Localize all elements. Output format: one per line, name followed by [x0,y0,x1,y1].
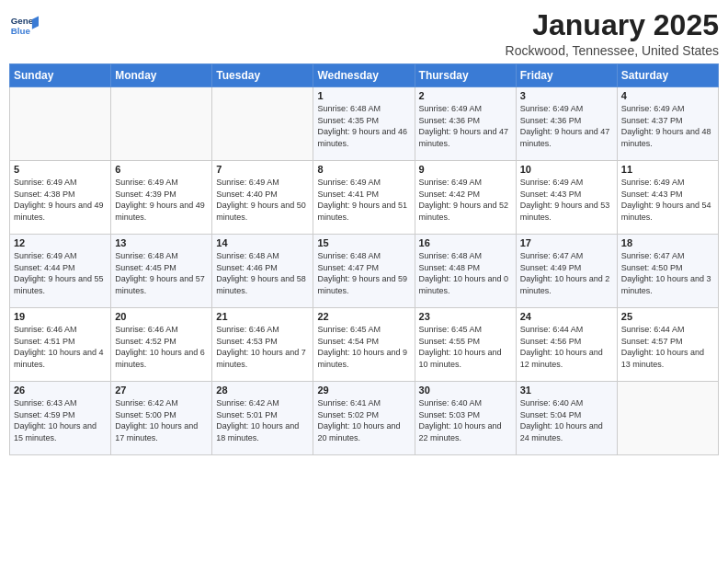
calendar-cell: 19Sunrise: 6:46 AM Sunset: 4:51 PM Dayli… [10,308,111,382]
calendar-cell: 30Sunrise: 6:40 AM Sunset: 5:03 PM Dayli… [415,382,516,455]
day-info: Sunrise: 6:49 AM Sunset: 4:38 PM Dayligh… [14,177,107,223]
day-number: 9 [419,164,512,175]
page-header: General Blue January 2025 Rockwood, Tenn… [9,9,719,58]
weekday-header-friday: Friday [516,64,617,87]
calendar-cell [212,87,313,161]
day-number: 14 [216,237,309,248]
calendar-cell: 2Sunrise: 6:49 AM Sunset: 4:36 PM Daylig… [415,87,516,161]
day-info: Sunrise: 6:48 AM Sunset: 4:48 PM Dayligh… [419,250,512,296]
calendar-cell: 17Sunrise: 6:47 AM Sunset: 4:49 PM Dayli… [516,235,617,308]
day-number: 26 [14,385,107,396]
day-number: 12 [14,237,107,248]
calendar-cell: 14Sunrise: 6:48 AM Sunset: 4:46 PM Dayli… [212,235,313,308]
day-number: 20 [115,311,208,322]
week-row-3: 19Sunrise: 6:46 AM Sunset: 4:51 PM Dayli… [10,308,719,382]
day-info: Sunrise: 6:49 AM Sunset: 4:40 PM Dayligh… [216,177,309,223]
day-number: 2 [419,90,512,101]
day-info: Sunrise: 6:46 AM Sunset: 4:53 PM Dayligh… [216,324,309,370]
calendar-body: 1Sunrise: 6:48 AM Sunset: 4:35 PM Daylig… [10,87,719,455]
day-info: Sunrise: 6:40 AM Sunset: 5:03 PM Dayligh… [419,397,512,443]
day-info: Sunrise: 6:47 AM Sunset: 4:49 PM Dayligh… [520,250,613,296]
calendar-cell: 22Sunrise: 6:45 AM Sunset: 4:54 PM Dayli… [313,308,415,382]
calendar-cell: 4Sunrise: 6:49 AM Sunset: 4:37 PM Daylig… [617,87,718,161]
day-number: 10 [520,164,613,175]
day-info: Sunrise: 6:43 AM Sunset: 4:59 PM Dayligh… [14,397,107,443]
calendar-cell: 10Sunrise: 6:49 AM Sunset: 4:43 PM Dayli… [516,161,617,235]
day-info: Sunrise: 6:48 AM Sunset: 4:35 PM Dayligh… [317,103,410,149]
day-number: 16 [419,237,512,248]
calendar-cell: 24Sunrise: 6:44 AM Sunset: 4:56 PM Dayli… [516,308,617,382]
calendar-cell: 15Sunrise: 6:48 AM Sunset: 4:47 PM Dayli… [313,235,415,308]
calendar-cell: 16Sunrise: 6:48 AM Sunset: 4:48 PM Dayli… [415,235,516,308]
calendar-cell: 29Sunrise: 6:41 AM Sunset: 5:02 PM Dayli… [313,382,415,455]
day-number: 8 [317,164,410,175]
day-info: Sunrise: 6:49 AM Sunset: 4:37 PM Dayligh… [621,103,714,149]
day-number: 3 [520,90,613,101]
calendar-table: SundayMondayTuesdayWednesdayThursdayFrid… [9,63,719,455]
calendar-cell: 18Sunrise: 6:47 AM Sunset: 4:50 PM Dayli… [617,235,718,308]
day-info: Sunrise: 6:49 AM Sunset: 4:36 PM Dayligh… [520,103,613,149]
calendar-cell: 23Sunrise: 6:45 AM Sunset: 4:55 PM Dayli… [415,308,516,382]
day-number: 15 [317,237,410,248]
day-info: Sunrise: 6:49 AM Sunset: 4:41 PM Dayligh… [317,177,410,223]
day-info: Sunrise: 6:49 AM Sunset: 4:39 PM Dayligh… [115,177,208,223]
day-info: Sunrise: 6:46 AM Sunset: 4:51 PM Dayligh… [14,324,107,370]
weekday-header-row: SundayMondayTuesdayWednesdayThursdayFrid… [10,64,719,87]
weekday-header-sunday: Sunday [10,64,111,87]
calendar-cell: 31Sunrise: 6:40 AM Sunset: 5:04 PM Dayli… [516,382,617,455]
day-info: Sunrise: 6:42 AM Sunset: 5:01 PM Dayligh… [216,397,309,443]
calendar-cell [111,87,212,161]
day-number: 7 [216,164,309,175]
day-number: 18 [621,237,714,248]
calendar-cell: 20Sunrise: 6:46 AM Sunset: 4:52 PM Dayli… [111,308,212,382]
day-info: Sunrise: 6:48 AM Sunset: 4:47 PM Dayligh… [317,250,410,296]
week-row-1: 5Sunrise: 6:49 AM Sunset: 4:38 PM Daylig… [10,161,719,235]
day-info: Sunrise: 6:49 AM Sunset: 4:42 PM Dayligh… [419,177,512,223]
logo: General Blue [9,13,39,42]
calendar-cell: 13Sunrise: 6:48 AM Sunset: 4:45 PM Dayli… [111,235,212,308]
calendar-cell: 1Sunrise: 6:48 AM Sunset: 4:35 PM Daylig… [313,87,415,161]
week-row-0: 1Sunrise: 6:48 AM Sunset: 4:35 PM Daylig… [10,87,719,161]
day-number: 6 [115,164,208,175]
week-row-2: 12Sunrise: 6:49 AM Sunset: 4:44 PM Dayli… [10,235,719,308]
logo-icon: General Blue [9,13,39,42]
calendar-cell: 5Sunrise: 6:49 AM Sunset: 4:38 PM Daylig… [10,161,111,235]
calendar-cell: 25Sunrise: 6:44 AM Sunset: 4:57 PM Dayli… [617,308,718,382]
day-number: 30 [419,385,512,396]
calendar-cell: 7Sunrise: 6:49 AM Sunset: 4:40 PM Daylig… [212,161,313,235]
calendar-cell: 8Sunrise: 6:49 AM Sunset: 4:41 PM Daylig… [313,161,415,235]
day-number: 21 [216,311,309,322]
day-info: Sunrise: 6:47 AM Sunset: 4:50 PM Dayligh… [621,250,714,296]
calendar-cell: 26Sunrise: 6:43 AM Sunset: 4:59 PM Dayli… [10,382,111,455]
calendar-cell: 27Sunrise: 6:42 AM Sunset: 5:00 PM Dayli… [111,382,212,455]
day-number: 23 [419,311,512,322]
day-info: Sunrise: 6:48 AM Sunset: 4:46 PM Dayligh… [216,250,309,296]
month-title: January 2025 [506,9,719,41]
day-info: Sunrise: 6:49 AM Sunset: 4:43 PM Dayligh… [520,177,613,223]
calendar-cell: 28Sunrise: 6:42 AM Sunset: 5:01 PM Dayli… [212,382,313,455]
day-number: 22 [317,311,410,322]
day-info: Sunrise: 6:44 AM Sunset: 4:57 PM Dayligh… [621,324,714,370]
day-info: Sunrise: 6:42 AM Sunset: 5:00 PM Dayligh… [115,397,208,443]
weekday-header-saturday: Saturday [617,64,718,87]
day-info: Sunrise: 6:45 AM Sunset: 4:54 PM Dayligh… [317,324,410,370]
day-info: Sunrise: 6:49 AM Sunset: 4:44 PM Dayligh… [14,250,107,296]
day-number: 27 [115,385,208,396]
day-number: 17 [520,237,613,248]
day-number: 5 [14,164,107,175]
svg-text:Blue: Blue [11,26,31,36]
day-number: 25 [621,311,714,322]
weekday-header-wednesday: Wednesday [313,64,415,87]
weekday-header-monday: Monday [111,64,212,87]
day-info: Sunrise: 6:44 AM Sunset: 4:56 PM Dayligh… [520,324,613,370]
day-info: Sunrise: 6:46 AM Sunset: 4:52 PM Dayligh… [115,324,208,370]
day-info: Sunrise: 6:41 AM Sunset: 5:02 PM Dayligh… [317,397,410,443]
calendar-cell: 12Sunrise: 6:49 AM Sunset: 4:44 PM Dayli… [10,235,111,308]
calendar-cell [617,382,718,455]
day-number: 19 [14,311,107,322]
day-number: 4 [621,90,714,101]
day-number: 29 [317,385,410,396]
week-row-4: 26Sunrise: 6:43 AM Sunset: 4:59 PM Dayli… [10,382,719,455]
day-info: Sunrise: 6:49 AM Sunset: 4:43 PM Dayligh… [621,177,714,223]
weekday-header-thursday: Thursday [415,64,516,87]
